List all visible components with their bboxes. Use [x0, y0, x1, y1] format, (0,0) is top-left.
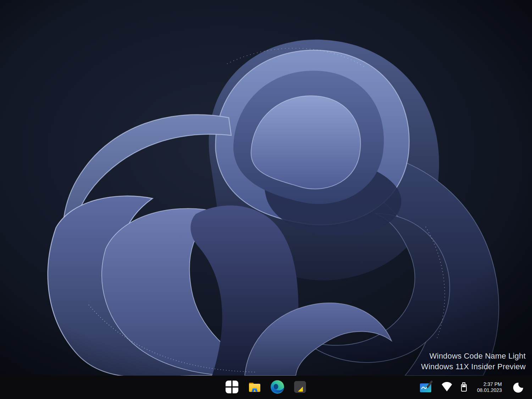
notepad-icon	[294, 381, 306, 394]
night-mode-button[interactable]	[511, 379, 527, 396]
wifi-icon	[441, 382, 453, 393]
whiteboard-icon	[419, 380, 433, 395]
watermark-line-2: Windows 11X Insider Preview	[421, 361, 526, 372]
wifi-tray-button[interactable]	[440, 381, 453, 394]
edge-browser-icon	[270, 380, 284, 395]
system-tray: 2:37 PM 08.01.2023	[419, 376, 527, 399]
taskbar: 2:37 PM 08.01.2023	[0, 376, 532, 399]
file-explorer-button[interactable]	[247, 380, 262, 395]
moon-icon	[511, 380, 526, 395]
wallpaper-bloom	[0, 0, 532, 376]
edge-button[interactable]	[270, 380, 285, 395]
desktop: Windows Code Name Light Windows 11X Insi…	[0, 0, 532, 399]
clock-date: 08.01.2023	[477, 387, 502, 393]
battery-icon	[460, 382, 467, 393]
taskbar-app-group	[225, 376, 307, 399]
watermark-line-1: Windows Code Name Light	[421, 351, 526, 361]
clock[interactable]: 2:37 PM 08.01.2023	[475, 381, 504, 394]
battery-tray-button[interactable]	[460, 381, 468, 394]
clock-time: 2:37 PM	[477, 381, 502, 387]
file-explorer-folder-icon	[248, 380, 262, 395]
insider-watermark: Windows Code Name Light Windows 11X Insi…	[421, 351, 526, 372]
whiteboard-tray-button[interactable]	[419, 380, 434, 395]
notepad-button[interactable]	[293, 380, 307, 395]
start-button[interactable]	[225, 380, 239, 395]
windows-start-icon	[225, 380, 239, 395]
